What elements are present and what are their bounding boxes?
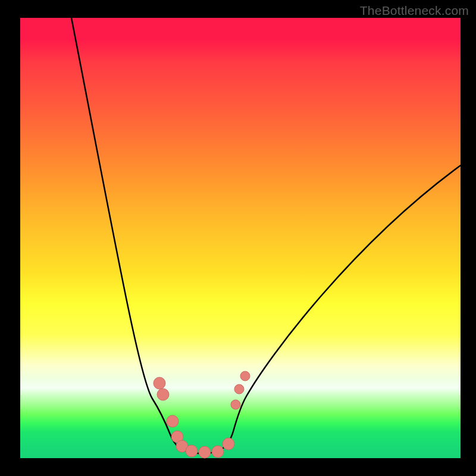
chart-frame: TheBottleneck.com <box>0 0 476 476</box>
data-point <box>212 446 224 458</box>
data-point <box>167 415 178 427</box>
watermark-text: TheBottleneck.com <box>360 4 469 18</box>
data-point <box>199 446 211 458</box>
chart-plot-area <box>20 18 461 458</box>
data-point <box>240 371 250 381</box>
data-point <box>231 400 240 409</box>
data-point <box>186 445 198 457</box>
data-point <box>154 377 165 389</box>
data-point <box>223 438 234 450</box>
bottleneck-curve <box>71 18 461 453</box>
data-points <box>154 371 250 458</box>
chart-svg <box>20 18 461 458</box>
data-point <box>157 389 169 400</box>
data-point <box>234 384 244 394</box>
